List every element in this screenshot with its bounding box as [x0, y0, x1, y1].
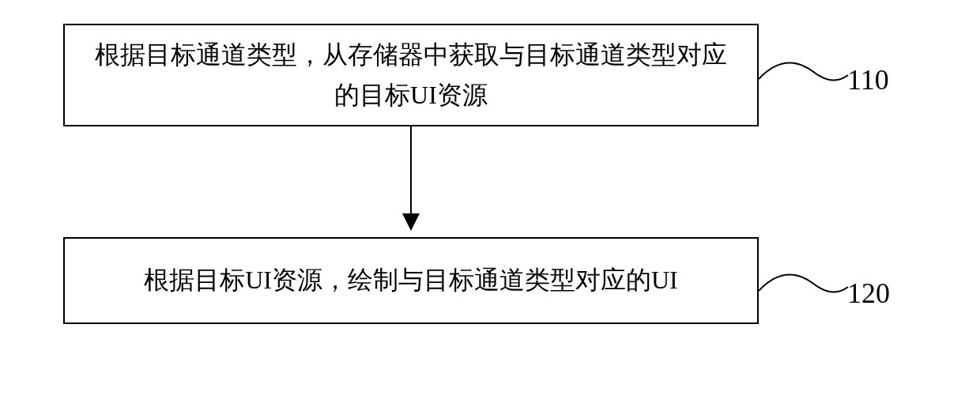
step-label-2: 120 — [847, 277, 890, 310]
arrow-line — [410, 126, 412, 220]
step-text-2: 根据目标UI资源，绘制与目标通道类型对应的UI — [144, 260, 678, 300]
flowchart-container: 根据目标通道类型，从存储器中获取与目标通道类型对应的目标UI资源 根据目标UI资… — [63, 24, 917, 324]
step-text-1: 根据目标通道类型，从存储器中获取与目标通道类型对应的目标UI资源 — [89, 35, 733, 115]
step-label-1: 110 — [847, 63, 889, 96]
step-box-2: 根据目标UI资源，绘制与目标通道类型对应的UI — [63, 237, 759, 324]
arrow-down — [63, 126, 759, 237]
step-box-1: 根据目标通道类型，从存储器中获取与目标通道类型对应的目标UI资源 — [63, 24, 759, 126]
arrow-head-icon — [402, 213, 420, 231]
